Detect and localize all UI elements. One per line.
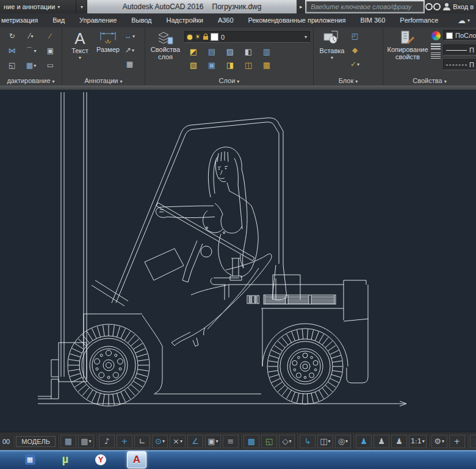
panel-label-annotation[interactable]: Аннотации▾ bbox=[62, 77, 145, 84]
ribbon-tab-3[interactable]: Управление bbox=[72, 13, 124, 27]
snap-mode-toggle[interactable]: + bbox=[117, 435, 132, 448]
taskbar-app-autocad-icon: A bbox=[133, 454, 140, 466]
windows-taskbar: ▦µYA bbox=[0, 450, 476, 469]
layer-unisolate-button[interactable]: ▣ bbox=[203, 59, 221, 70]
search-binoculars-icon[interactable] bbox=[425, 0, 441, 13]
autoscale-toggle[interactable]: ♟ bbox=[373, 435, 389, 448]
help-search-input[interactable]: Введите ключевое слово/фразу bbox=[306, 1, 424, 12]
ucs-icon-toggle[interactable]: ↳ bbox=[300, 435, 316, 448]
lineweight-combo[interactable]: П bbox=[443, 45, 476, 56]
snap-grid-toggle[interactable]: ▩▾ bbox=[78, 435, 94, 448]
otrack-toggle[interactable]: ∠ bbox=[187, 435, 203, 448]
annotation-scale-value[interactable]: 1:1▾ bbox=[409, 435, 427, 448]
object-color-combo[interactable]: ПоСло bbox=[443, 30, 476, 41]
polar-tracking-toggle[interactable]: ⊙▾ bbox=[152, 435, 168, 448]
mast[interactable] bbox=[38, 92, 87, 399]
model-space-button[interactable]: МОДЕЛЬ bbox=[16, 436, 56, 447]
create-block-button[interactable]: ◰ bbox=[350, 31, 359, 42]
visual-style-control[interactable]: ◫▾ bbox=[317, 435, 333, 448]
layer-thaw-button[interactable]: ◨ bbox=[221, 59, 239, 70]
explode-button[interactable]: ▣ bbox=[41, 45, 60, 56]
taskbar-app-calculator[interactable]: ▦ bbox=[21, 452, 39, 468]
transparency-toggle[interactable]: ▩ bbox=[243, 435, 259, 448]
osnap-3d-toggle[interactable]: ◇▾ bbox=[279, 435, 295, 448]
workspace-switching-gear[interactable]: ⚙▾ bbox=[431, 435, 447, 448]
layer-current-button[interactable]: ▥ bbox=[258, 46, 276, 57]
layer-unlock-button[interactable]: ◫ bbox=[239, 59, 258, 70]
panel-label-block[interactable]: Блок▾ bbox=[314, 77, 383, 84]
front-wheel[interactable] bbox=[68, 324, 150, 406]
array-button[interactable]: ▦▾ bbox=[21, 60, 40, 71]
layer-match-button[interactable]: ▦ bbox=[258, 59, 276, 70]
statusbar-separator bbox=[57, 435, 59, 448]
quick-access-overflow[interactable]: ▾ bbox=[76, 0, 87, 13]
driver-figure[interactable] bbox=[156, 147, 272, 346]
text-button[interactable]: A Текст ▾ bbox=[67, 30, 93, 62]
drawing-canvas[interactable] bbox=[0, 90, 476, 432]
sign-in-label: Вход в bbox=[453, 3, 474, 10]
ortho-toggle[interactable]: ∟ bbox=[134, 435, 150, 448]
dimension-button[interactable]: Размер bbox=[94, 30, 122, 53]
layer-select-combo[interactable]: ☀ 0 ▾ bbox=[184, 31, 310, 43]
ground-line[interactable] bbox=[38, 401, 406, 406]
leader-button[interactable]: ↗▾ bbox=[124, 45, 135, 56]
match-properties-button[interactable]: Копирование свойств bbox=[386, 30, 430, 60]
grid-display-toggle[interactable]: ▦ bbox=[60, 435, 76, 448]
dynamic-input-toggle[interactable]: ♪ bbox=[99, 435, 115, 448]
panel-label-properties[interactable]: Свойства▾ bbox=[383, 77, 476, 84]
steering-assembly[interactable] bbox=[145, 203, 254, 282]
taskbar-app-autocad[interactable]: A bbox=[127, 451, 146, 468]
offset-button[interactable]: ▭ bbox=[41, 60, 60, 71]
ribbon-tab-4[interactable]: Вывод bbox=[124, 13, 159, 27]
layer-properties-button[interactable]: Свойства слоя bbox=[149, 30, 182, 60]
isodraft-toggle[interactable]: ×▾ bbox=[170, 435, 186, 448]
layer-lock-button[interactable]: ◧ bbox=[239, 46, 258, 57]
ribbon-tab-9[interactable]: Performance bbox=[392, 13, 445, 27]
mirror-button[interactable]: ⋈ bbox=[2, 45, 21, 56]
workspace-selector[interactable]: ние и аннотации ▾ bbox=[0, 0, 76, 13]
rotate-button[interactable]: ↻ bbox=[2, 31, 21, 42]
color-wheel-icon[interactable] bbox=[431, 31, 441, 40]
annotation-visibility-toggle[interactable]: ♟ bbox=[356, 435, 372, 448]
annotation-scale-person[interactable]: ♟ bbox=[391, 435, 407, 448]
ribbon-tab-5[interactable]: Надстройки bbox=[159, 13, 211, 27]
taskbar-app-utorrent[interactable]: µ bbox=[56, 452, 74, 468]
linetype-list-icon[interactable] bbox=[431, 53, 441, 59]
osnap-toggle[interactable]: ▣▾ bbox=[205, 435, 221, 448]
rear-wheel[interactable] bbox=[267, 329, 343, 404]
block-edit-button[interactable]: ✓▾ bbox=[350, 59, 359, 70]
ribbon-tab-6[interactable]: A360 bbox=[211, 13, 241, 27]
customization-button[interactable]: + bbox=[449, 435, 465, 448]
isolate-objects-button[interactable]: ▮ bbox=[470, 435, 476, 448]
erase-icon: ∕ bbox=[49, 31, 51, 41]
erase-button[interactable]: ∕ bbox=[41, 31, 60, 42]
lineweight-toggle[interactable]: ≡ bbox=[223, 435, 239, 448]
block-attr-button[interactable]: ◆ bbox=[350, 45, 359, 56]
copy-button[interactable]: ◱ bbox=[2, 60, 21, 71]
panel-label-layers[interactable]: Слои▾ bbox=[145, 77, 313, 84]
cab-overhead-guard[interactable] bbox=[112, 118, 287, 303]
layer-isolate-button[interactable]: ▤ bbox=[203, 46, 221, 57]
ribbon-tab-8[interactable]: BIM 360 bbox=[353, 13, 392, 27]
search-expand-button[interactable]: ▸ bbox=[297, 0, 305, 13]
taskbar-app-yandex[interactable]: Y bbox=[92, 452, 110, 468]
trim-button[interactable]: ⁄▾ bbox=[21, 31, 40, 42]
layer-on-button[interactable]: ▧ bbox=[184, 59, 203, 70]
lineweight-list-icon[interactable] bbox=[431, 43, 441, 49]
sign-in-button[interactable]: Вход в bbox=[441, 0, 476, 13]
connect-menu[interactable]: ☁ ▾ bbox=[452, 16, 476, 25]
layer-freeze-button[interactable]: ▨ bbox=[221, 46, 239, 57]
insert-button[interactable]: Вставка ▾ bbox=[317, 30, 347, 62]
ribbon-tab-2[interactable]: Вид bbox=[45, 13, 72, 27]
ribbon-tab-1[interactable]: метризация bbox=[0, 13, 45, 27]
forklift-body[interactable] bbox=[84, 258, 369, 394]
linetype-combo[interactable]: П bbox=[443, 59, 476, 70]
dim-linear-button[interactable]: ↔▾ bbox=[124, 31, 135, 42]
panel-label-modify[interactable]: дактирование▾ bbox=[0, 77, 62, 84]
fillet-button[interactable]: ⌒▾ bbox=[21, 45, 40, 56]
layer-off-button[interactable]: ◩ bbox=[184, 46, 203, 57]
annotation-monitor[interactable]: ◎▾ bbox=[335, 435, 351, 448]
selection-cycling-toggle[interactable]: ◱ bbox=[261, 435, 277, 448]
ribbon-tab-7[interactable]: Рекомендованные приложения bbox=[241, 13, 353, 27]
table-button[interactable]: ▦ bbox=[124, 59, 135, 70]
